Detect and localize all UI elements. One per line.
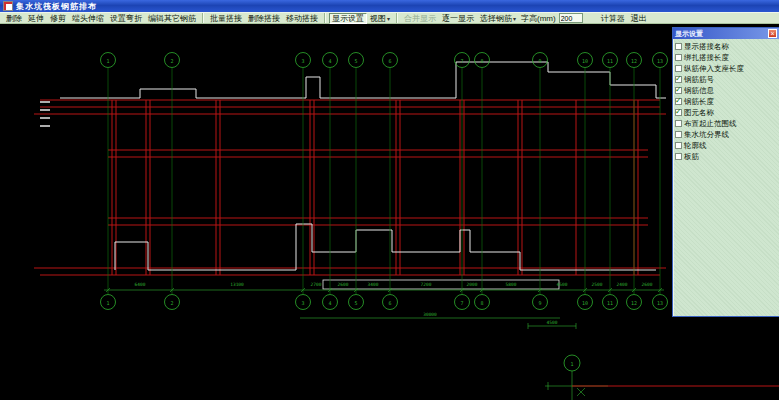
mini-axis-bubble: 1	[564, 355, 580, 371]
svg-text:2500: 2500	[592, 282, 603, 287]
checkbox-rebar-number[interactable]: 钢筋筋号	[675, 74, 779, 85]
svg-text:1: 1	[106, 58, 109, 64]
svg-text:6400: 6400	[135, 282, 146, 287]
svg-text:2: 2	[170, 300, 173, 306]
toolbar-separator	[396, 13, 398, 23]
checkbox-icon	[675, 153, 682, 160]
toolbar-separator	[324, 13, 326, 23]
svg-text:2: 2	[170, 58, 173, 64]
checkbox-rebar-length[interactable]: 钢筋长度	[675, 96, 779, 107]
checkbox-icon	[675, 131, 682, 138]
toolbar-separator	[202, 13, 204, 23]
checkbox-icon	[675, 120, 682, 127]
checkbox-outline[interactable]: 轮廓线	[675, 140, 779, 151]
checkbox-element-name[interactable]: 图元名称	[675, 107, 779, 118]
checkbox-rebar-info[interactable]: 钢筋信息	[675, 85, 779, 96]
svg-text:7: 7	[460, 300, 463, 306]
checkbox-show-lap-name[interactable]: 显示搭接名称	[675, 41, 779, 52]
svg-text:12: 12	[631, 58, 637, 64]
svg-text:11: 11	[607, 300, 613, 306]
checkbox-bar-anchor-length[interactable]: 纵筋伸入支座长度	[675, 63, 779, 74]
panel-title: 显示设置	[675, 29, 703, 39]
checkbox-slab-rebar[interactable]: 板筋	[675, 151, 779, 162]
toolbar-button-exit[interactable]: 退出	[628, 13, 650, 24]
svg-text:3400: 3400	[368, 282, 379, 287]
checkbox-sump-boundary-line[interactable]: 集水坑分界线	[675, 129, 779, 140]
svg-text:4500: 4500	[547, 320, 558, 325]
svg-text:3: 3	[301, 300, 304, 306]
svg-text:30000: 30000	[423, 312, 437, 317]
checkbox-icon	[675, 98, 682, 105]
toolbar-button-delete-lap[interactable]: 删除搭接	[245, 13, 283, 24]
toolbar: 删除 延伸 修剪 端头伸缩 设置弯折 编辑其它钢筋 批量搭接 删除搭接 移动搭接…	[0, 12, 779, 24]
toolbar-button-merge-display: 合并显示	[401, 13, 439, 24]
svg-text:6: 6	[388, 58, 391, 64]
svg-text:7: 7	[460, 58, 463, 64]
svg-text:13: 13	[657, 300, 663, 306]
svg-text:13: 13	[657, 58, 663, 64]
svg-text:9: 9	[538, 58, 541, 64]
svg-text:8: 8	[480, 300, 483, 306]
toolbar-button-calculator[interactable]: 计算器	[598, 13, 628, 24]
toolbar-button-batch-lap[interactable]: 批量搭接	[207, 13, 245, 24]
svg-text:9: 9	[538, 300, 541, 306]
panel-body: 显示搭接名称 绑扎搭接长度 纵筋伸入支座长度 钢筋筋号 钢筋信息 钢筋长度 图元…	[673, 39, 779, 162]
svg-text:8: 8	[480, 58, 483, 64]
toolbar-button-show-one-by-one[interactable]: 逐一显示	[439, 13, 477, 24]
toolbar-button-view-dropdown[interactable]: 视图	[367, 13, 393, 24]
font-height-input[interactable]	[559, 13, 583, 23]
checkbox-icon	[675, 65, 682, 72]
svg-text:6: 6	[388, 300, 391, 306]
panel-title-bar[interactable]: 显示设置	[673, 28, 779, 39]
checkbox-icon	[675, 142, 682, 149]
svg-text:2600: 2600	[338, 282, 349, 287]
font-height-label: 字高(mm)	[521, 13, 556, 24]
toolbar-button-delete[interactable]: 删除	[3, 13, 25, 24]
checkbox-tie-lap-length[interactable]: 绑扎搭接长度	[675, 52, 779, 63]
svg-text:2600: 2600	[642, 282, 653, 287]
toolbar-button-set-bend[interactable]: 设置弯折	[107, 13, 145, 24]
rebar-top-polyline	[60, 62, 666, 98]
dimension-labels: 6400131002700260034007200200058004500250…	[106, 282, 662, 325]
toolbar-button-move-lap[interactable]: 移动搭接	[283, 13, 321, 24]
axis-bubbles-bottom: 12345678910111213	[101, 295, 668, 310]
cad-drawing[interactable]: 12345678910111213 12345678910111213 6400…	[0, 24, 779, 400]
svg-text:11: 11	[607, 58, 613, 64]
toolbar-button-select-rebar[interactable]: 选择钢筋	[477, 13, 519, 24]
svg-text:2400: 2400	[617, 282, 628, 287]
checkbox-layout-range-line[interactable]: 布置起止范围线	[675, 118, 779, 129]
display-settings-panel: 显示设置 显示搭接名称 绑扎搭接长度 纵筋伸入支座长度 钢筋筋号 钢筋信息 钢筋…	[672, 27, 779, 317]
svg-text:1: 1	[106, 300, 109, 306]
svg-text:5: 5	[354, 58, 357, 64]
checkbox-icon	[675, 76, 682, 83]
wall-lines-red	[112, 100, 638, 275]
svg-text:12: 12	[631, 300, 637, 306]
svg-text:10: 10	[582, 58, 588, 64]
svg-text:4: 4	[328, 300, 331, 306]
svg-text:4: 4	[328, 58, 331, 64]
drawing-canvas[interactable]: 12345678910111213 12345678910111213 6400…	[0, 24, 779, 400]
svg-text:2700: 2700	[311, 282, 322, 287]
window-title: 集水坑筏板钢筋排布	[16, 1, 97, 12]
toolbar-button-extend[interactable]: 延伸	[25, 13, 47, 24]
app-icon	[3, 1, 13, 11]
toolbar-button-display-settings[interactable]: 显示设置	[329, 13, 367, 24]
svg-text:13100: 13100	[230, 282, 244, 287]
slab-outline-red	[34, 100, 666, 275]
checkbox-icon	[675, 54, 682, 61]
rebar-bottom-polyline	[115, 224, 656, 270]
checkbox-icon	[675, 43, 682, 50]
dimension-highlight-box	[323, 280, 559, 289]
svg-text:1: 1	[570, 361, 573, 367]
checkbox-icon	[675, 109, 682, 116]
svg-text:7200: 7200	[421, 282, 432, 287]
svg-text:5800: 5800	[506, 282, 517, 287]
svg-text:4500: 4500	[557, 282, 568, 287]
close-icon[interactable]	[768, 29, 777, 38]
svg-text:5: 5	[354, 300, 357, 306]
toolbar-button-edit-other-rebar[interactable]: 编辑其它钢筋	[145, 13, 199, 24]
toolbar-button-trim[interactable]: 修剪	[47, 13, 69, 24]
toolbar-button-end-adjust[interactable]: 端头伸缩	[69, 13, 107, 24]
svg-text:2000: 2000	[467, 282, 478, 287]
title-bar[interactable]: 集水坑筏板钢筋排布	[0, 0, 779, 12]
